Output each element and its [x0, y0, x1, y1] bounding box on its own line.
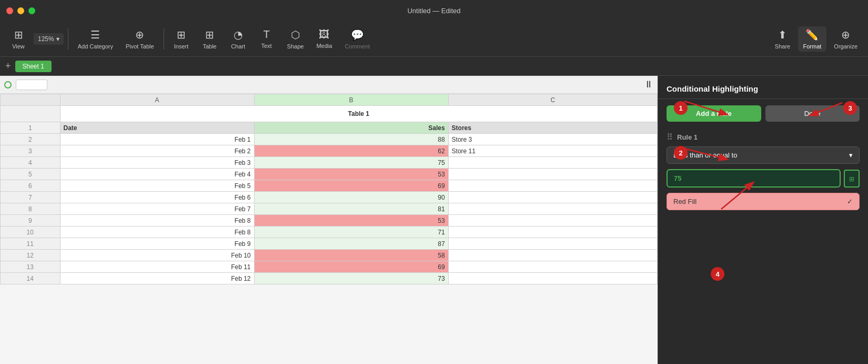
badge-1: 1	[674, 101, 688, 115]
cell-sales[interactable]: 53	[254, 215, 448, 227]
cell-date[interactable]: Feb 8	[60, 227, 254, 238]
cell-sales[interactable]: 90	[254, 192, 448, 203]
toolbar-text[interactable]: T Text	[254, 26, 280, 51]
cell-sales[interactable]: 87	[254, 238, 448, 250]
cell-stores[interactable]	[448, 157, 657, 169]
cell-date[interactable]: Feb 1	[60, 134, 254, 145]
toolbar-table[interactable]: ⊞ Table	[197, 26, 223, 52]
condition-value-input[interactable]	[667, 169, 841, 188]
format-chevron: ✓	[847, 198, 853, 205]
toolbar-insert[interactable]: ⊞ Insert	[168, 26, 195, 52]
table-title: Table 1	[60, 106, 657, 122]
cell-date[interactable]: Feb 2	[60, 145, 254, 157]
toolbar-format[interactable]: ✏️ Format	[798, 26, 827, 52]
toolbar-media[interactable]: 🖼 Media	[311, 26, 337, 51]
col-a-header[interactable]: A	[60, 94, 254, 106]
cell-stores[interactable]	[448, 238, 657, 250]
cell-stores[interactable]	[448, 250, 657, 261]
rule-label: ⠿ Rule 1	[667, 132, 860, 142]
divider-1	[68, 28, 68, 50]
add-category-label: Add Category	[78, 43, 113, 50]
format-dropdown[interactable]: Red Fill ✓	[667, 193, 860, 210]
table-label: Table	[203, 43, 216, 50]
cell-stores[interactable]	[448, 180, 657, 192]
toolbar-shape[interactable]: ⬡ Shape	[282, 26, 309, 52]
row-number: 3	[1, 145, 60, 157]
col-b-header[interactable]: B	[254, 94, 448, 106]
table-icon: ⊞	[205, 28, 214, 41]
insert-label: Insert	[174, 43, 189, 50]
cell-sales[interactable]: 73	[254, 273, 448, 284]
comment-icon: 💬	[351, 28, 364, 41]
divider-2	[164, 28, 164, 50]
table-row: 14Feb 1273	[1, 273, 658, 284]
shape-label: Shape	[287, 43, 304, 50]
cell-stores[interactable]	[448, 215, 657, 227]
cell-date[interactable]: Feb 7	[60, 203, 254, 215]
cell-sales[interactable]: 53	[254, 169, 448, 180]
cell-reference[interactable]: B	[16, 80, 47, 90]
cell-sales[interactable]: 58	[254, 250, 448, 261]
toolbar-comment[interactable]: 💬 Comment	[339, 26, 375, 52]
cell-stores[interactable]	[448, 227, 657, 238]
cell-date[interactable]: Feb 6	[60, 192, 254, 203]
sheet-tab-1[interactable]: Sheet 1	[15, 61, 52, 72]
value-row: ⊞	[667, 169, 860, 188]
toolbar-chart[interactable]: ◔ Chart	[225, 26, 251, 52]
cell-sales[interactable]: 69	[254, 261, 448, 273]
add-sheet-button[interactable]: +	[5, 61, 11, 72]
cell-stores[interactable]	[448, 192, 657, 203]
cell-date[interactable]: Feb 11	[60, 261, 254, 273]
cell-stores[interactable]: Store 11	[448, 145, 657, 157]
row-number: 8	[1, 203, 60, 215]
row-number: 9	[1, 215, 60, 227]
panel-header: Conditional Highlighting	[658, 76, 868, 99]
badge-4: 4	[711, 267, 724, 281]
toolbar-organize[interactable]: ⊕ Organize	[829, 26, 863, 52]
cell-date[interactable]: Feb 4	[60, 169, 254, 180]
cell-picker-button[interactable]: ⊞	[844, 170, 860, 188]
view-label: View	[12, 43, 25, 50]
cell-sales[interactable]: 81	[254, 203, 448, 215]
badge-3: 3	[843, 101, 857, 115]
col-c-header[interactable]: C	[448, 94, 657, 106]
cell-stores[interactable]	[448, 261, 657, 273]
cell-date[interactable]: Feb 8	[60, 215, 254, 227]
cell-sales[interactable]: 71	[254, 227, 448, 238]
table-row: 8Feb 781	[1, 203, 658, 215]
spreadsheet[interactable]: A B C Table 1 1	[0, 94, 658, 364]
cell-sales[interactable]: 75	[254, 157, 448, 169]
chart-label: Chart	[231, 43, 245, 50]
spreadsheet-wrapper: B ⏸ A B	[0, 76, 658, 364]
share-icon: ⬆	[778, 28, 787, 41]
cell-date[interactable]: Feb 3	[60, 157, 254, 169]
cell-sales[interactable]: 88	[254, 134, 448, 145]
cell-sales[interactable]: 69	[254, 180, 448, 192]
cell-date[interactable]: Feb 10	[60, 250, 254, 261]
cell-stores[interactable]	[448, 273, 657, 284]
toolbar-share[interactable]: ⬆ Share	[770, 26, 796, 52]
toolbar-view[interactable]: ⊞ View	[5, 26, 32, 52]
cell-date[interactable]: Feb 12	[60, 273, 254, 284]
close-button[interactable]	[6, 7, 13, 14]
cell-date[interactable]: Feb 5	[60, 180, 254, 192]
media-label: Media	[316, 43, 332, 49]
condition-dropdown[interactable]: Less than or equal to ▾	[667, 146, 860, 164]
cell-date[interactable]: Feb 9	[60, 238, 254, 250]
cell-stores[interactable]	[448, 203, 657, 215]
format-label: Format	[803, 43, 822, 50]
minimize-button[interactable]	[17, 7, 24, 14]
cell-sales[interactable]: 62	[254, 145, 448, 157]
maximize-button[interactable]	[28, 7, 35, 14]
toolbar-add-category[interactable]: ☰ Add Category	[73, 26, 118, 52]
pause-icon[interactable]: ⏸	[644, 79, 653, 90]
cell-stores[interactable]	[448, 169, 657, 180]
formula-input[interactable]	[52, 81, 640, 88]
row-number: 5	[1, 169, 60, 180]
row-number: 4	[1, 157, 60, 169]
insert-icon: ⊞	[177, 28, 186, 41]
row-number: 14	[1, 273, 60, 284]
toolbar-pivot-table[interactable]: ⊕ Pivot Table	[120, 26, 159, 52]
toolbar-zoom[interactable]: 125% ▾	[34, 33, 64, 45]
cell-stores[interactable]: Store 3	[448, 134, 657, 145]
